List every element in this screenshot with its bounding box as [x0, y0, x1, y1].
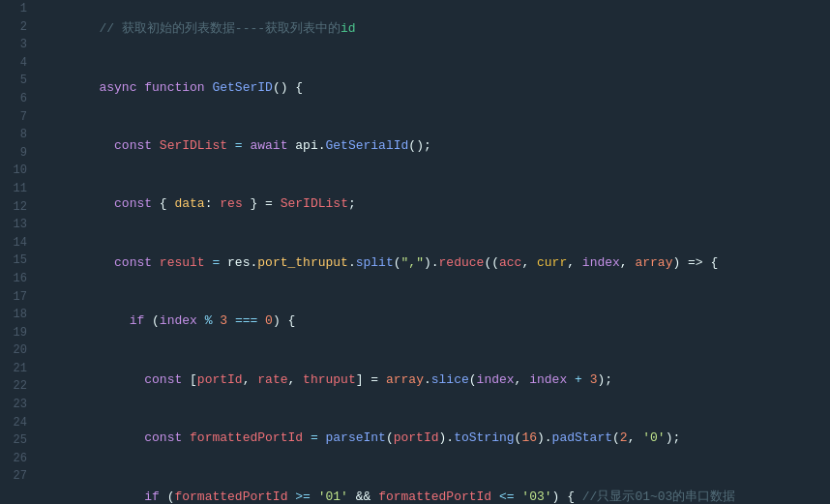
code-line-2: async function GetSerID() {: [39, 58, 830, 116]
line-numbers: 1 2 3 4 5 6 7 8 9 10 11 12 13 14 15 16 1…: [0, 0, 35, 504]
code-line-7: const [portId, rate, thruput] = array.sl…: [39, 351, 830, 409]
code-line-6: if (index % 3 === 0) {: [39, 292, 830, 350]
code-line-1: // 获取初始的列表数据----获取列表中的id: [39, 0, 830, 58]
code-line-5: const result = res.port_thruput.split(",…: [39, 234, 830, 292]
code-content: 1 2 3 4 5 6 7 8 9 10 11 12 13 14 15 16 1…: [0, 0, 830, 504]
code-editor: 1 2 3 4 5 6 7 8 9 10 11 12 13 14 15 16 1…: [0, 0, 830, 504]
code-lines[interactable]: // 获取初始的列表数据----获取列表中的id async function …: [35, 0, 830, 504]
code-line-9: if (formattedPortId >= '01' && formatted…: [39, 467, 830, 504]
code-line-3: const SerIDList = await api.GetSerialId(…: [39, 117, 830, 175]
code-line-4: const { data: res } = SerIDList;: [39, 175, 830, 233]
code-line-8: const formattedPortId = parseInt(portId)…: [39, 409, 830, 467]
